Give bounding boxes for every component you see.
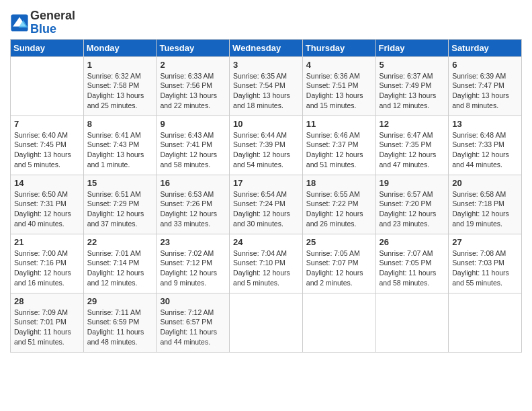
week-row-1: 1Sunrise: 6:32 AM Sunset: 7:58 PM Daylig… [11,56,522,116]
day-cell: 1Sunrise: 6:32 AM Sunset: 7:58 PM Daylig… [83,56,157,116]
day-info: Sunrise: 7:02 AM Sunset: 7:12 PM Dayligh… [160,248,226,288]
day-info: Sunrise: 6:46 AM Sunset: 7:37 PM Dayligh… [306,130,372,170]
day-info: Sunrise: 6:54 AM Sunset: 7:24 PM Dayligh… [233,189,299,229]
day-cell: 16Sunrise: 6:53 AM Sunset: 7:26 PM Dayli… [157,175,230,234]
week-row-5: 28Sunrise: 7:09 AM Sunset: 7:01 PM Dayli… [11,293,522,352]
day-info: Sunrise: 6:57 AM Sunset: 7:20 PM Dayligh… [380,189,445,229]
day-info: Sunrise: 6:48 AM Sunset: 7:33 PM Dayligh… [452,130,518,170]
day-info: Sunrise: 6:36 AM Sunset: 7:51 PM Dayligh… [306,71,372,111]
day-number: 11 [306,119,372,129]
weekday-header-wednesday: Wednesday [230,39,303,56]
day-number: 22 [87,237,153,247]
day-cell: 9Sunrise: 6:43 AM Sunset: 7:41 PM Daylig… [157,116,230,175]
day-number: 29 [87,296,153,306]
day-number: 9 [160,119,226,129]
day-info: Sunrise: 6:47 AM Sunset: 7:35 PM Dayligh… [380,130,445,170]
day-cell: 15Sunrise: 6:51 AM Sunset: 7:29 PM Dayli… [83,175,157,234]
day-info: Sunrise: 7:08 AM Sunset: 7:03 PM Dayligh… [452,248,518,288]
day-info: Sunrise: 7:12 AM Sunset: 6:57 PM Dayligh… [160,308,226,347]
day-cell: 30Sunrise: 7:12 AM Sunset: 6:57 PM Dayli… [157,293,230,352]
day-cell: 4Sunrise: 6:36 AM Sunset: 7:51 PM Daylig… [302,56,375,116]
day-info: Sunrise: 6:41 AM Sunset: 7:43 PM Dayligh… [87,130,153,170]
day-info: Sunrise: 7:05 AM Sunset: 7:07 PM Dayligh… [306,248,372,288]
day-info: Sunrise: 6:50 AM Sunset: 7:31 PM Dayligh… [14,189,80,229]
calendar-table: SundayMondayTuesdayWednesdayThursdayFrid… [10,39,522,353]
day-info: Sunrise: 6:33 AM Sunset: 7:56 PM Dayligh… [160,71,226,111]
day-info: Sunrise: 6:35 AM Sunset: 7:54 PM Dayligh… [233,71,299,111]
day-cell: 18Sunrise: 6:55 AM Sunset: 7:22 PM Dayli… [302,175,375,234]
weekday-header-tuesday: Tuesday [157,39,230,56]
day-cell: 2Sunrise: 6:33 AM Sunset: 7:56 PM Daylig… [157,56,230,116]
day-cell: 22Sunrise: 7:01 AM Sunset: 7:14 PM Dayli… [83,234,157,293]
logo-icon [10,13,29,32]
day-info: Sunrise: 6:40 AM Sunset: 7:45 PM Dayligh… [14,130,80,170]
day-number: 25 [306,237,372,247]
day-number: 3 [233,60,299,70]
weekday-header-monday: Monday [83,39,157,56]
weekday-header-saturday: Saturday [449,39,522,56]
day-cell: 14Sunrise: 6:50 AM Sunset: 7:31 PM Dayli… [11,175,84,234]
day-number: 13 [452,119,518,129]
day-number: 16 [160,178,226,188]
day-cell: 5Sunrise: 6:37 AM Sunset: 7:49 PM Daylig… [375,56,449,116]
day-cell [11,56,84,116]
day-info: Sunrise: 7:07 AM Sunset: 7:05 PM Dayligh… [380,248,445,288]
weekday-header-sunday: Sunday [11,39,84,56]
day-number: 26 [380,237,445,247]
day-number: 7 [14,119,80,129]
day-cell: 25Sunrise: 7:05 AM Sunset: 7:07 PM Dayli… [302,234,375,293]
day-number: 24 [233,237,299,247]
weekday-header-thursday: Thursday [302,39,375,56]
day-cell: 10Sunrise: 6:44 AM Sunset: 7:39 PM Dayli… [230,116,303,175]
day-info: Sunrise: 6:51 AM Sunset: 7:29 PM Dayligh… [87,189,153,229]
week-row-3: 14Sunrise: 6:50 AM Sunset: 7:31 PM Dayli… [11,175,522,234]
day-info: Sunrise: 6:37 AM Sunset: 7:49 PM Dayligh… [380,71,445,111]
day-cell: 17Sunrise: 6:54 AM Sunset: 7:24 PM Dayli… [230,175,303,234]
day-number: 10 [233,119,299,129]
day-cell: 3Sunrise: 6:35 AM Sunset: 7:54 PM Daylig… [230,56,303,116]
day-cell: 13Sunrise: 6:48 AM Sunset: 7:33 PM Dayli… [449,116,522,175]
day-cell [375,293,449,352]
day-number: 6 [452,60,518,70]
day-number: 18 [306,178,372,188]
day-number: 20 [452,178,518,188]
day-number: 2 [160,60,226,70]
day-number: 12 [380,119,445,129]
week-row-2: 7Sunrise: 6:40 AM Sunset: 7:45 PM Daylig… [11,116,522,175]
day-info: Sunrise: 6:55 AM Sunset: 7:22 PM Dayligh… [306,189,372,229]
day-cell: 7Sunrise: 6:40 AM Sunset: 7:45 PM Daylig… [11,116,84,175]
day-number: 1 [87,60,153,70]
day-cell: 23Sunrise: 7:02 AM Sunset: 7:12 PM Dayli… [157,234,230,293]
day-info: Sunrise: 6:53 AM Sunset: 7:26 PM Dayligh… [160,189,226,229]
day-info: Sunrise: 6:58 AM Sunset: 7:18 PM Dayligh… [452,189,518,229]
day-info: Sunrise: 7:04 AM Sunset: 7:10 PM Dayligh… [233,248,299,288]
day-info: Sunrise: 6:32 AM Sunset: 7:58 PM Dayligh… [87,71,153,111]
day-cell: 6Sunrise: 6:39 AM Sunset: 7:47 PM Daylig… [449,56,522,116]
day-number: 17 [233,178,299,188]
day-cell [302,293,375,352]
day-cell: 19Sunrise: 6:57 AM Sunset: 7:20 PM Dayli… [375,175,449,234]
day-cell: 12Sunrise: 6:47 AM Sunset: 7:35 PM Dayli… [375,116,449,175]
main-container: GeneralBlue SundayMondayTuesdayWednesday… [0,0,532,359]
day-info: Sunrise: 7:00 AM Sunset: 7:16 PM Dayligh… [14,248,80,288]
day-info: Sunrise: 6:39 AM Sunset: 7:47 PM Dayligh… [452,71,518,111]
day-info: Sunrise: 7:11 AM Sunset: 6:59 PM Dayligh… [87,308,153,347]
day-number: 27 [452,237,518,247]
day-number: 14 [14,178,80,188]
day-cell [230,293,303,352]
day-number: 19 [380,178,445,188]
day-cell: 8Sunrise: 6:41 AM Sunset: 7:43 PM Daylig… [83,116,157,175]
logo: GeneralBlue [10,9,75,36]
day-cell: 27Sunrise: 7:08 AM Sunset: 7:03 PM Dayli… [449,234,522,293]
day-cell: 28Sunrise: 7:09 AM Sunset: 7:01 PM Dayli… [11,293,84,352]
day-cell: 24Sunrise: 7:04 AM Sunset: 7:10 PM Dayli… [230,234,303,293]
day-info: Sunrise: 7:01 AM Sunset: 7:14 PM Dayligh… [87,248,153,288]
day-cell [449,293,522,352]
day-number: 4 [306,60,372,70]
day-number: 8 [87,119,153,129]
day-info: Sunrise: 6:43 AM Sunset: 7:41 PM Dayligh… [160,130,226,170]
day-number: 21 [14,237,80,247]
day-number: 28 [14,296,80,306]
day-cell: 21Sunrise: 7:00 AM Sunset: 7:16 PM Dayli… [11,234,84,293]
day-number: 30 [160,296,226,306]
